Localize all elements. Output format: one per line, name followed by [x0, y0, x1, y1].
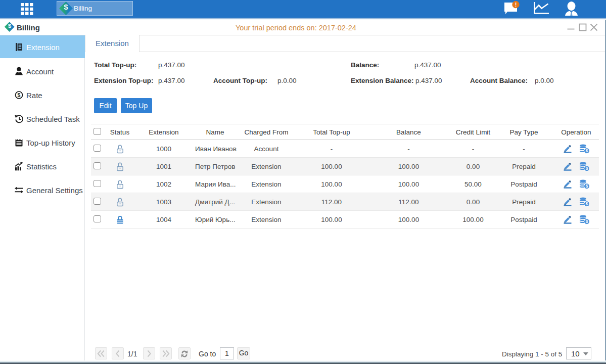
- svg-text:$: $: [585, 148, 588, 153]
- svg-text:!: !: [515, 2, 517, 8]
- svg-text:$: $: [585, 184, 588, 189]
- svg-text:$: $: [585, 166, 588, 171]
- svg-text:$: $: [585, 201, 588, 206]
- svg-text:$: $: [18, 92, 21, 98]
- svg-text:$: $: [585, 219, 588, 224]
